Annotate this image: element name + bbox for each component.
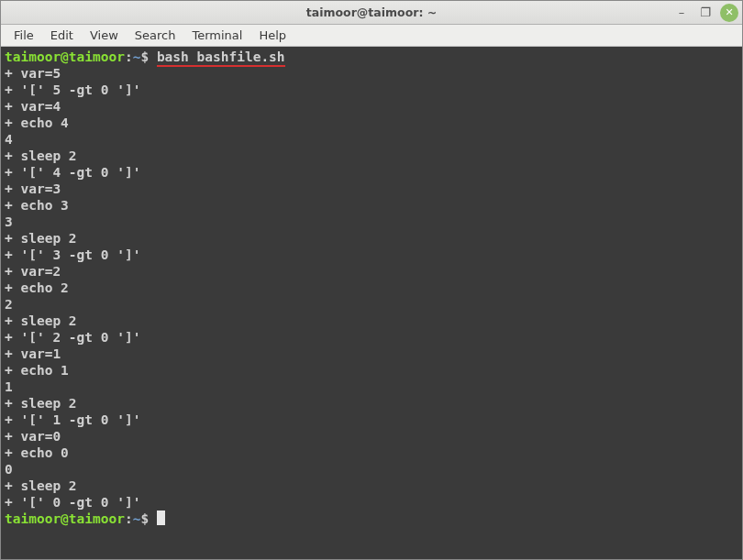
output-line: + echo 2: [5, 280, 69, 295]
output-line: 1: [5, 379, 13, 394]
menu-terminal[interactable]: Terminal: [184, 27, 250, 44]
output-line: 0: [5, 462, 13, 477]
output-line: + echo 3: [5, 198, 69, 213]
output-line: + '[' 2 -gt 0 ']': [5, 330, 140, 345]
output-line: + echo 1: [5, 363, 69, 378]
titlebar[interactable]: taimoor@taimoor: ~ – ❐ ✕: [1, 1, 742, 25]
minimize-button[interactable]: –: [672, 4, 691, 22]
output-line: + sleep 2: [5, 231, 77, 246]
output-line: + echo 4: [5, 115, 69, 130]
output-line: + sleep 2: [5, 478, 77, 493]
output-line: + '[' 0 -gt 0 ']': [5, 495, 140, 510]
output-line: + sleep 2: [5, 148, 77, 163]
command-text: bash bashfile.sh: [157, 49, 285, 67]
output-line: + var=5: [5, 66, 61, 81]
menu-view[interactable]: View: [83, 27, 126, 44]
output-line: 3: [5, 214, 13, 229]
close-button[interactable]: ✕: [720, 4, 738, 22]
output-line: + var=0: [5, 429, 61, 444]
output-line: + var=4: [5, 99, 61, 114]
maximize-button[interactable]: ❐: [696, 4, 715, 22]
window-title: taimoor@taimoor: ~: [1, 5, 742, 19]
output-line: + '[' 3 -gt 0 ']': [5, 247, 140, 262]
output-line: + var=2: [5, 264, 61, 279]
prompt-user-host: taimoor@taimoor: [5, 49, 125, 64]
terminal-window: taimoor@taimoor: ~ – ❐ ✕ File Edit View …: [0, 0, 743, 560]
terminal-output-area[interactable]: taimoor@taimoor:~$ bash bashfile.sh + va…: [1, 47, 742, 559]
prompt-dollar: $: [140, 49, 149, 64]
prompt-colon: :: [125, 511, 133, 526]
output-line: 4: [5, 132, 13, 147]
menu-search[interactable]: Search: [128, 27, 183, 44]
prompt-user-host: taimoor@taimoor: [5, 511, 125, 526]
menu-file[interactable]: File: [6, 27, 41, 44]
output-line: + '[' 1 -gt 0 ']': [5, 412, 140, 427]
prompt-dollar: $: [140, 511, 149, 526]
window-controls: – ❐ ✕: [672, 1, 738, 24]
menu-help[interactable]: Help: [251, 27, 294, 44]
output-line: + '[' 4 -gt 0 ']': [5, 165, 140, 180]
prompt-colon: :: [125, 49, 133, 64]
menu-edit[interactable]: Edit: [43, 27, 81, 44]
output-line: + echo 0: [5, 445, 69, 460]
output-line: + '[' 5 -gt 0 ']': [5, 82, 140, 97]
output-line: + sleep 2: [5, 313, 77, 328]
output-line: + var=3: [5, 181, 61, 196]
menubar: File Edit View Search Terminal Help: [1, 25, 742, 47]
output-line: + sleep 2: [5, 396, 77, 411]
output-line: 2: [5, 297, 13, 312]
output-line: + var=1: [5, 346, 61, 361]
cursor-icon: [157, 511, 165, 525]
